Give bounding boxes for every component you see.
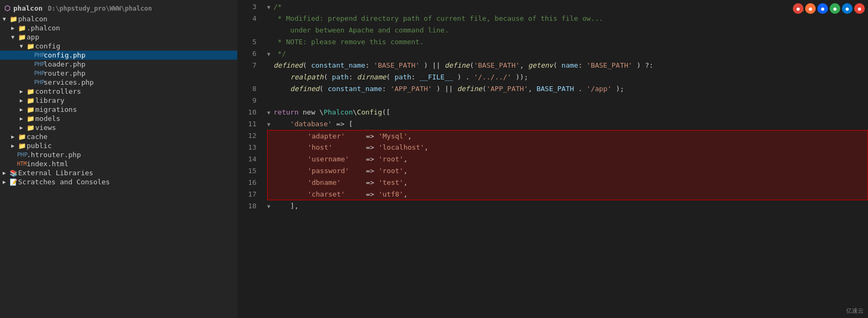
- code-line: defined( constant_name: 'BASE_PATH' ) ||…: [267, 60, 868, 71]
- browser6-icon: ●: [854, 3, 865, 14]
- tree-item-label: Scratches and Consoles: [18, 178, 237, 186]
- folder-icon: 📁: [17, 133, 27, 141]
- tree-arrow: ▼: [17, 43, 26, 49]
- tree-item-models-folder[interactable]: ▶📁models: [0, 114, 237, 123]
- code-line: 'password' => 'root',: [267, 165, 868, 177]
- code-line: ▼ */: [267, 48, 868, 60]
- code-editor: ⚠ ● ● ● ● ● ● 3456789101112131415161718 …: [237, 0, 868, 318]
- fold-icon[interactable]: ▼: [267, 107, 274, 119]
- tree-item-cache-folder[interactable]: ▶📁cache: [0, 132, 237, 141]
- tree-item-controllers-folder[interactable]: ▶📁controllers: [0, 87, 237, 96]
- line-number: 7: [237, 60, 256, 71]
- tree-item-label: External Libraries: [18, 169, 237, 177]
- browser5-icon: ●: [842, 3, 853, 14]
- code-line: 'host' => 'localhost',: [267, 142, 868, 153]
- file-tree[interactable]: ▼📁phalcon▶📁.phalcon▼📁app▼📁configPHPconfi…: [0, 14, 237, 186]
- fold-icon[interactable]: ▼: [267, 2, 274, 13]
- php-file-icon: PHP: [34, 79, 44, 86]
- line-number: [237, 71, 256, 83]
- folder-icon: 📁: [26, 124, 35, 132]
- file-tree-sidebar[interactable]: ⬡ phalcon D:\phpstudy_pro\WWW\phalcon ▼📁…: [0, 0, 237, 318]
- tree-arrow: ▼: [0, 16, 9, 22]
- tree-item-htrouter-php[interactable]: PHP.htrouter.php: [0, 150, 237, 159]
- folder-icon: 📁: [26, 106, 35, 113]
- folder-icon: 📁: [9, 15, 18, 23]
- tree-item-loader-php[interactable]: PHPloader.php: [0, 60, 237, 69]
- tree-item-public-folder[interactable]: ▶📁public: [0, 141, 237, 150]
- project-path: D:\phpstudy_pro\WWW\phalcon: [48, 5, 152, 12]
- line-number: 15: [237, 165, 256, 177]
- tree-item-index-html[interactable]: HTMindex.html: [0, 159, 237, 168]
- watermark: 亿速云: [846, 307, 864, 315]
- code-line: ▼/*: [267, 1, 868, 13]
- tree-item-label: migrations: [35, 105, 237, 113]
- tree-item-config-php[interactable]: PHPconfig.php: [0, 51, 237, 60]
- code-lines[interactable]: ▼/* * Modified: prepend directory path o…: [263, 0, 868, 318]
- folder-icon: 📁: [17, 25, 27, 32]
- tree-item-label: services.php: [44, 78, 237, 86]
- line-number: 12: [237, 130, 256, 142]
- code-line: 'username' => 'root',: [267, 153, 868, 165]
- tree-arrow: ▶: [17, 125, 26, 131]
- code-line: ▼return new \Phalcon\Config([: [267, 107, 868, 118]
- tree-item-phalcon-root[interactable]: ▼📁phalcon: [0, 14, 237, 23]
- project-header: ⬡ phalcon D:\phpstudy_pro\WWW\phalcon: [0, 2, 237, 14]
- tree-item-ext-libs[interactable]: ▶📚External Libraries: [0, 168, 237, 177]
- code-line: 'charset' => 'utf8',: [267, 189, 868, 200]
- code-line: 'adapter' => 'Mysql',: [267, 130, 868, 142]
- tree-arrow: ▶: [9, 25, 17, 31]
- tree-item-label: phalcon: [18, 15, 237, 23]
- tree-item-services-php[interactable]: PHPservices.php: [0, 78, 237, 87]
- folder-icon: 📁: [17, 142, 27, 150]
- tree-item-label: config.php: [44, 51, 237, 59]
- tree-item-views-folder[interactable]: ▶📁views: [0, 123, 237, 132]
- line-number: 17: [237, 189, 256, 200]
- browser4-icon: ●: [830, 3, 840, 14]
- tree-item-library-folder[interactable]: ▶📁library: [0, 96, 237, 105]
- firefox-icon: ●: [805, 3, 816, 14]
- tree-item-label: models: [35, 115, 237, 123]
- code-line: [267, 95, 868, 107]
- tree-arrow: ▶: [9, 143, 17, 149]
- tree-item-label: controllers: [35, 87, 237, 95]
- html-file-icon: HTM: [17, 161, 27, 167]
- fold-icon[interactable]: ▼: [267, 119, 274, 131]
- tree-item-migrations-folder[interactable]: ▶📁migrations: [0, 105, 237, 114]
- tree-item-config-folder[interactable]: ▼📁config: [0, 42, 237, 51]
- line-number: 14: [237, 153, 256, 165]
- line-number: 4: [237, 13, 256, 25]
- code-line: 'dbname' => 'test',: [267, 177, 868, 189]
- tree-item-phalcon-folder[interactable]: ▶📁.phalcon: [0, 23, 237, 32]
- tree-item-router-php[interactable]: PHProuter.php: [0, 69, 237, 78]
- line-number: 11: [237, 118, 256, 130]
- folder-icon: 📁: [26, 97, 35, 104]
- line-number: [237, 25, 256, 36]
- browser3-icon: ●: [817, 3, 828, 14]
- line-numbers: 3456789101112131415161718: [237, 0, 263, 318]
- tree-item-scratches[interactable]: ▶📝Scratches and Consoles: [0, 177, 237, 186]
- line-number: 13: [237, 142, 256, 153]
- tree-item-label: app: [27, 33, 237, 41]
- line-number: 6: [237, 48, 256, 60]
- code-line: * NOTE: please remove this comment.: [267, 36, 868, 48]
- chrome-icon: ●: [793, 3, 803, 14]
- folder-icon: 📁: [26, 88, 35, 95]
- tree-arrow: ▶: [17, 116, 26, 121]
- tree-item-label: .htrouter.php: [27, 151, 237, 159]
- folder-icon: 📁: [17, 34, 27, 41]
- tree-item-label: cache: [27, 133, 237, 141]
- fold-icon[interactable]: ▼: [267, 201, 274, 213]
- project-name: phalcon: [13, 4, 43, 12]
- project-icon: ⬡: [4, 4, 10, 12]
- fold-icon[interactable]: ▼: [267, 48, 274, 60]
- folder-icon: 📁: [26, 115, 35, 123]
- line-number: 3: [237, 1, 256, 13]
- tree-arrow: ▶: [17, 107, 26, 112]
- tree-item-label: .phalcon: [27, 24, 237, 32]
- tree-item-label: public: [27, 142, 237, 150]
- libs-icon: 📚: [9, 169, 18, 177]
- tree-item-app-folder[interactable]: ▼📁app: [0, 32, 237, 42]
- code-line: * Modified: prepend directory path of cu…: [267, 13, 868, 25]
- tree-arrow: ▶: [9, 134, 17, 140]
- tree-item-label: loader.php: [44, 60, 237, 68]
